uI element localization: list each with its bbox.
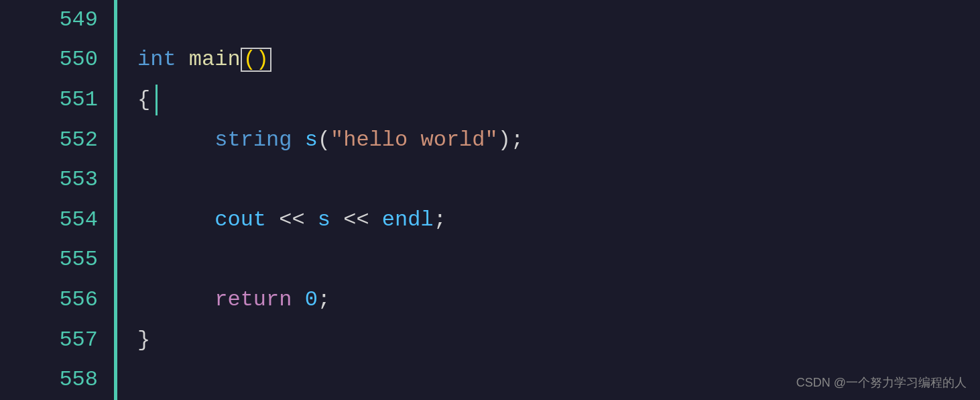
token-paren-open: ( <box>318 130 330 151</box>
line-number-551: 551 <box>0 80 114 120</box>
line-number-550: 550 <box>0 40 114 81</box>
token-indent2 <box>137 209 215 231</box>
code-line-549 <box>117 0 980 40</box>
token-main: main <box>189 49 241 70</box>
token-parens: () <box>241 48 271 72</box>
token-s-ref: s <box>318 209 343 231</box>
token-string-literal: "hello world" <box>330 130 498 151</box>
code-line-555 <box>117 240 980 281</box>
token-close-brace: } <box>137 330 150 351</box>
editor-container: 549 550 551 552 553 554 555 556 557 558 … <box>0 0 980 400</box>
code-line-556: return 0 ; <box>117 280 980 320</box>
line-number-554: 554 <box>0 200 114 240</box>
token-endl: endl <box>382 209 434 231</box>
token-paren-close-semi: ); <box>498 130 524 151</box>
line-number-556: 556 <box>0 280 114 320</box>
code-line-551: { <box>117 80 980 120</box>
token-string-kw: string <box>215 130 304 151</box>
green-accent-bar <box>114 0 117 400</box>
token-int: int <box>137 49 189 70</box>
token-open-brace: { <box>137 89 150 111</box>
token-zero: 0 <box>305 289 318 311</box>
line-number-553: 553 <box>0 160 114 200</box>
token-op2: << <box>343 209 382 231</box>
code-line-550: int main () <box>117 40 980 81</box>
token-cout: cout <box>215 209 279 231</box>
line-number-552: 552 <box>0 120 114 160</box>
code-line-553 <box>117 160 980 200</box>
line-numbers: 549 550 551 552 553 554 555 556 557 558 <box>0 0 114 400</box>
token-s-var: s <box>305 130 318 151</box>
code-area[interactable]: int main () { string s ( "hello world" )… <box>117 0 980 400</box>
line-number-555: 555 <box>0 240 114 281</box>
line-number-549: 549 <box>0 0 114 40</box>
line-number-558: 558 <box>0 360 114 400</box>
watermark: CSDN @一个努力学习编程的人 <box>796 374 967 391</box>
token-indent3 <box>137 289 215 311</box>
token-semi1: ; <box>434 209 446 231</box>
line-number-557: 557 <box>0 320 114 360</box>
token-indent1 <box>137 130 215 151</box>
code-line-557: } <box>117 320 980 360</box>
code-line-554: cout << s << endl ; <box>117 200 980 240</box>
token-return: return <box>215 289 304 311</box>
code-line-552: string s ( "hello world" ); <box>117 120 980 160</box>
token-semi2: ; <box>318 289 330 311</box>
token-op1: << <box>279 209 318 231</box>
